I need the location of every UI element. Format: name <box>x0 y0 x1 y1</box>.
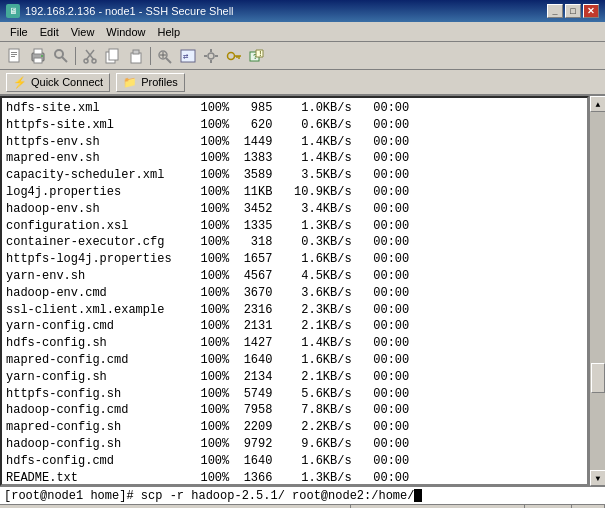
toolbar: ⇄ ?! <box>0 42 605 70</box>
table-row: yarn-config.cmd 100% 2131 2.1KB/s 00:00 <box>6 318 583 335</box>
svg-line-19 <box>166 58 171 63</box>
table-row: yarn-env.sh 100% 4567 4.5KB/s 00:00 <box>6 268 583 285</box>
menu-bar: File Edit View Window Help <box>0 22 605 42</box>
svg-point-29 <box>228 52 235 59</box>
menu-view[interactable]: View <box>65 24 101 40</box>
svg-point-13 <box>92 59 96 63</box>
settings-button[interactable] <box>200 45 222 67</box>
svg-point-24 <box>208 53 214 59</box>
table-row: configuration.xsl 100% 1335 1.3KB/s 00:0… <box>6 218 583 235</box>
svg-text:⇄: ⇄ <box>183 52 189 62</box>
svg-rect-6 <box>34 58 42 63</box>
paste-button[interactable] <box>125 45 147 67</box>
table-row: yarn-config.sh 100% 2134 2.1KB/s 00:00 <box>6 369 583 386</box>
table-row: httpfs-env.sh 100% 1449 1.4KB/s 00:00 <box>6 134 583 151</box>
command-text: [root@node1 home]# scp -r hadoop-2.5.1/ … <box>4 489 414 503</box>
qc-toolbar: ⚡ Quick Connect 📁 Profiles <box>0 70 605 96</box>
svg-rect-28 <box>215 55 218 57</box>
scroll-up-arrow[interactable]: ▲ <box>590 96 605 112</box>
quick-connect-button[interactable]: ⚡ Quick Connect <box>6 73 110 92</box>
title-bar-controls: _ □ ✕ <box>547 4 599 18</box>
maximize-button[interactable]: □ <box>565 4 581 18</box>
svg-point-7 <box>41 55 43 57</box>
table-row: mapred-config.sh 100% 2209 2.2KB/s 00:00 <box>6 419 583 436</box>
table-row: mapred-env.sh 100% 1383 1.4KB/s 00:00 <box>6 150 583 167</box>
scrollbar[interactable]: ▲ ▼ <box>589 96 605 486</box>
menu-window[interactable]: Window <box>100 24 151 40</box>
status-bar: 🔒 Connected to 192.168.2.136 SSH2 - aes1… <box>0 504 605 508</box>
terminal-wrapper: hdfs-site.xml 100% 985 1.0KB/s 00:00http… <box>0 96 605 486</box>
cut-button[interactable] <box>79 45 101 67</box>
window-title: 192.168.2.136 - node1 - SSH Secure Shell <box>25 5 234 17</box>
close-button[interactable]: ✕ <box>583 4 599 18</box>
command-line: [root@node1 home]# scp -r hadoop-2.5.1/ … <box>0 486 605 504</box>
scroll-down-arrow[interactable]: ▼ <box>590 470 605 486</box>
svg-rect-25 <box>210 49 212 52</box>
title-bar: 🖥 192.168.2.136 - node1 - SSH Secure She… <box>0 0 605 22</box>
quick-connect-icon: ⚡ <box>13 76 27 89</box>
svg-point-8 <box>55 50 63 58</box>
scroll-track[interactable] <box>590 112 605 470</box>
table-row: hadoop-config.cmd 100% 7958 7.8KB/s 00:0… <box>6 402 583 419</box>
table-row: capacity-scheduler.xml 100% 3589 3.5KB/s… <box>6 167 583 184</box>
profiles-label: Profiles <box>141 76 178 88</box>
quick-connect-label: Quick Connect <box>31 76 103 88</box>
title-bar-left: 🖥 192.168.2.136 - node1 - SSH Secure She… <box>6 4 234 18</box>
table-row: mapred-config.cmd 100% 1640 1.6KB/s 00:0… <box>6 352 583 369</box>
svg-rect-0 <box>9 49 19 62</box>
svg-rect-26 <box>210 60 212 63</box>
minimize-button[interactable]: _ <box>547 4 563 18</box>
table-row: hdfs-config.sh 100% 1427 1.4KB/s 00:00 <box>6 335 583 352</box>
profiles-icon: 📁 <box>123 76 137 89</box>
svg-rect-15 <box>109 49 118 60</box>
table-row: log4j.properties 100% 11KB 10.9KB/s 00:0… <box>6 184 583 201</box>
svg-rect-5 <box>34 49 42 54</box>
print-button[interactable] <box>27 45 49 67</box>
menu-help[interactable]: Help <box>151 24 186 40</box>
svg-text:!: ! <box>258 49 263 58</box>
cursor <box>414 489 422 502</box>
table-row: README.txt 100% 1366 1.3KB/s 00:00 <box>6 470 583 486</box>
scroll-thumb[interactable] <box>591 363 605 393</box>
help-button[interactable]: ?! <box>246 45 268 67</box>
table-row: hadoop-config.sh 100% 9792 9.6KB/s 00:00 <box>6 436 583 453</box>
svg-rect-27 <box>204 55 207 57</box>
separator-2 <box>150 47 151 65</box>
table-row: httpfs-site.xml 100% 620 0.6KB/s 00:00 <box>6 117 583 134</box>
svg-line-9 <box>62 57 67 62</box>
terminal[interactable]: hdfs-site.xml 100% 985 1.0KB/s 00:00http… <box>0 96 589 486</box>
find-button[interactable] <box>50 45 72 67</box>
new-button[interactable] <box>4 45 26 67</box>
svg-rect-3 <box>11 56 15 57</box>
table-row: container-executor.cfg 100% 318 0.3KB/s … <box>6 234 583 251</box>
key-button[interactable] <box>223 45 245 67</box>
svg-point-12 <box>84 59 88 63</box>
table-row: hdfs-config.cmd 100% 1640 1.6KB/s 00:00 <box>6 453 583 470</box>
table-row: hadoop-env.sh 100% 3452 3.4KB/s 00:00 <box>6 201 583 218</box>
transfer-button[interactable]: ⇄ <box>177 45 199 67</box>
table-row: hadoop-env.cmd 100% 3670 3.6KB/s 00:00 <box>6 285 583 302</box>
profiles-button[interactable]: 📁 Profiles <box>116 73 185 92</box>
table-row: ssl-client.xml.example 100% 2316 2.3KB/s… <box>6 302 583 319</box>
menu-file[interactable]: File <box>4 24 34 40</box>
app-icon: 🖥 <box>6 4 20 18</box>
menu-edit[interactable]: Edit <box>34 24 65 40</box>
svg-rect-2 <box>11 54 17 55</box>
search-button[interactable] <box>154 45 176 67</box>
copy-button[interactable] <box>102 45 124 67</box>
svg-rect-1 <box>11 52 17 53</box>
svg-rect-17 <box>133 50 139 54</box>
table-row: httpfs-config.sh 100% 5749 5.6KB/s 00:00 <box>6 386 583 403</box>
table-row: httpfs-log4j.properties 100% 1657 1.6KB/… <box>6 251 583 268</box>
table-row: hdfs-site.xml 100% 985 1.0KB/s 00:00 <box>6 100 583 117</box>
separator-1 <box>75 47 76 65</box>
